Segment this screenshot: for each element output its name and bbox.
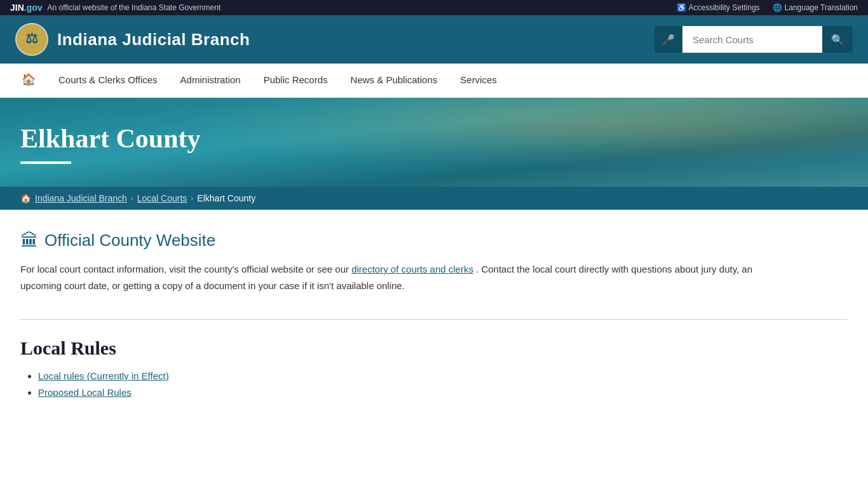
hero-section: Elkhart County (0, 98, 868, 187)
language-icon: 🌐 (773, 3, 782, 12)
local-rules-title: Local Rules (20, 337, 848, 359)
official-text: An official website of the Indiana State… (48, 3, 221, 12)
local-rules-in-effect-link[interactable]: Local rules (Currently in Effect) (38, 370, 169, 381)
nav-administration[interactable]: Administration (169, 65, 252, 96)
main-nav: 🏠 Courts & Clerks Offices Administration… (0, 64, 868, 98)
local-rules-section: Local Rules Local rules (Currently in Ef… (20, 337, 848, 398)
breadcrumb-local-courts-link[interactable]: Local Courts (137, 193, 187, 203)
nav-services[interactable]: Services (449, 65, 508, 96)
official-county-website-link[interactable]: 🏛 Official County Website (20, 230, 848, 251)
description-prefix: For local court contact information, vis… (20, 264, 349, 274)
jin-gov-logo: JIN.gov (10, 3, 43, 13)
nav-news-publications[interactable]: News & Publications (339, 65, 449, 96)
breadcrumb-bar: 🏠 Indiana Judicial Branch › Local Courts… (0, 187, 868, 210)
directory-link[interactable]: directory of courts and clerks (351, 264, 473, 274)
top-bar-left: JIN.gov An official website of the India… (10, 3, 220, 13)
hero-underline (20, 161, 71, 164)
svg-text:⚖: ⚖ (25, 30, 38, 46)
mic-button[interactable]: 🎤 (654, 26, 682, 53)
breadcrumb-sep-2: › (191, 194, 193, 203)
header-logo: ⚖ (15, 23, 48, 56)
header-brand: ⚖ Indiana Judicial Branch (15, 23, 250, 56)
nav-public-records[interactable]: Public Records (252, 65, 339, 96)
header: ⚖ Indiana Judicial Branch 🎤 🔍 (0, 15, 868, 64)
official-county-website-label: Official County Website (44, 231, 215, 250)
description-text: For local court contact information, vis… (20, 261, 783, 294)
breadcrumb-home-link[interactable]: Indiana Judicial Branch (35, 193, 127, 203)
breadcrumb: 🏠 Indiana Judicial Branch › Local Courts… (20, 193, 848, 203)
bank-icon: 🏛 (20, 230, 38, 251)
nav-courts-clerks[interactable]: Courts & Clerks Offices (47, 65, 169, 96)
main-content: 🏛 Official County Website For local cour… (0, 210, 868, 424)
local-rules-list: Local rules (Currently in Effect) Propos… (20, 370, 848, 398)
search-button[interactable]: 🔍 (822, 26, 853, 53)
breadcrumb-sep-1: › (131, 194, 133, 203)
list-item: Proposed Local Rules (38, 387, 848, 398)
language-link[interactable]: 🌐 Language Translation (773, 3, 858, 12)
official-link-section: 🏛 Official County Website For local cour… (20, 230, 848, 294)
breadcrumb-current: Elkhart County (197, 193, 255, 203)
top-bar: JIN.gov An official website of the India… (0, 0, 868, 15)
search-input[interactable] (682, 26, 822, 53)
proposed-local-rules-link[interactable]: Proposed Local Rules (38, 387, 132, 398)
site-title: Indiana Judicial Branch (57, 30, 250, 50)
divider (20, 319, 848, 320)
accessibility-icon: ♿ (677, 3, 686, 12)
accessibility-link[interactable]: ♿ Accessibility Settings (677, 3, 760, 12)
page-title: Elkhart County (20, 123, 848, 154)
home-breadcrumb-icon: 🏠 (20, 193, 31, 203)
nav-home[interactable]: 🏠 (10, 64, 47, 97)
search-bar: 🎤 🔍 (654, 26, 853, 53)
accessibility-label: Accessibility Settings (689, 3, 760, 12)
language-label: Language Translation (785, 3, 858, 12)
top-bar-right: ♿ Accessibility Settings 🌐 Language Tran… (677, 3, 858, 12)
list-item: Local rules (Currently in Effect) (38, 370, 848, 382)
